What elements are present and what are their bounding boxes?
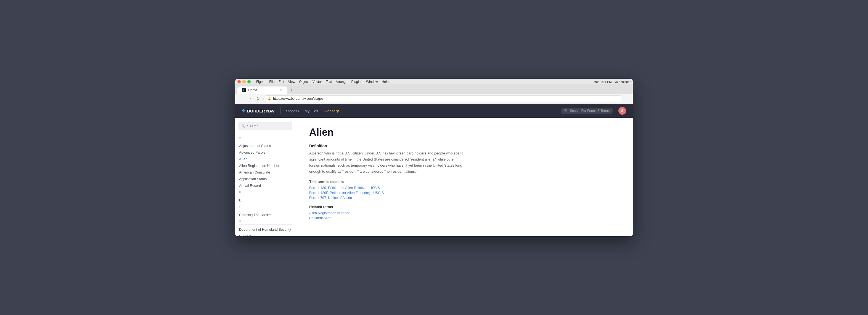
nav-search-icon: 🔍 (564, 109, 568, 113)
menu-arrange[interactable]: Arrange (336, 80, 348, 84)
nav-search-placeholder: Search For Forms & Terms (570, 109, 610, 113)
reload-button[interactable]: ↻ (255, 95, 261, 102)
sidebar: 🔍 Search a Adjustment of Status Advanced… (235, 118, 296, 236)
tab-close-button[interactable]: ✕ (280, 88, 283, 92)
main-content: Alien Definition A person who is not a U… (296, 118, 633, 236)
nav-stages[interactable]: Stages › (286, 109, 299, 113)
section-letter-d: d (235, 218, 296, 223)
sidebar-item-adjustment-of-status[interactable]: Adjustment of Status (235, 143, 296, 149)
mac-menubar: Figma File Edit View Object Vector Text … (235, 79, 633, 85)
lock-icon: 🔒 (268, 97, 271, 101)
menu-object[interactable]: Object (299, 80, 309, 84)
sidebar-search[interactable]: 🔍 Search (239, 122, 292, 130)
section-letter-b: b (235, 189, 296, 194)
nav-files-label: My Files (305, 109, 318, 113)
tl-yellow[interactable] (242, 80, 246, 83)
back-button[interactable]: ← (239, 95, 245, 102)
tab-favicon: F (242, 88, 246, 92)
browser-tab[interactable]: F Figma ✕ (238, 86, 287, 94)
nav-glossary-label: Glossary (323, 109, 339, 113)
menu-window[interactable]: Window (366, 80, 378, 84)
site-content: 🔍 Search a Adjustment of Status Advanced… (235, 118, 633, 236)
menu-help[interactable]: Help (382, 80, 389, 84)
nav-search[interactable]: 🔍 Search For Forms & Terms (561, 108, 613, 114)
section-letter-a: a (235, 135, 296, 140)
sidebar-item-alien[interactable]: Alien (235, 156, 296, 163)
nav-stages-arrow: › (298, 109, 299, 112)
menu-vector[interactable]: Vector (312, 80, 322, 84)
logo-text: BORDER NAV (247, 109, 275, 113)
forward-button[interactable]: → (247, 95, 253, 102)
sidebar-search-placeholder: Search (247, 124, 258, 128)
sidebar-item-b[interactable]: B (235, 197, 296, 204)
seen-in-label: This term is seen in: (309, 180, 620, 184)
definition-label: Definition (309, 144, 620, 148)
section-divider-b (239, 195, 292, 195)
sidebar-item-alien-registration-number[interactable]: Alien Registration Number (235, 163, 296, 169)
url-text: https://www.bordernav.com/stages (273, 97, 323, 101)
menu-plugins[interactable]: Plugins (351, 80, 362, 84)
section-divider-d (239, 224, 292, 225)
related-link-1[interactable]: Alien Registration Number (309, 211, 620, 215)
sidebar-item-advanced-parole[interactable]: Advanced Parole (235, 149, 296, 156)
new-tab-button[interactable]: ＋ (288, 87, 295, 93)
seen-in-link-3[interactable]: Form I-797, Notice of Action (309, 196, 620, 200)
mac-menubar-right: Mon 1:11 PM Eva Schipper (594, 80, 630, 83)
logo-icon: ✈ (242, 108, 245, 114)
definition-text: A person who is not a U.S. citizen. Unde… (309, 150, 464, 175)
search-icon: 🔍 (242, 124, 245, 128)
browser-chrome: F Figma ✕ ＋ ← → ↻ 🔒 https://www.borderna… (235, 85, 633, 104)
related-label: Related terms (309, 205, 620, 209)
menu-view[interactable]: View (288, 80, 295, 84)
browser-menu-button[interactable]: ⋯ (625, 96, 629, 102)
menu-edit[interactable]: Edit (279, 80, 284, 84)
nav-my-files[interactable]: My Files (305, 109, 318, 113)
sidebar-item-crossing-the-border[interactable]: Crossing The Border (235, 212, 296, 218)
site-logo: ✈ BORDER NAV (242, 108, 275, 114)
menu-text[interactable]: Text (326, 80, 332, 84)
nav-avatar[interactable]: S (618, 107, 626, 115)
related-link-2[interactable]: Resident Alien (309, 216, 620, 220)
sidebar-item-arrival-record[interactable]: Arrival Record (235, 182, 296, 189)
sidebar-item-application-status[interactable]: Application Status (235, 176, 296, 182)
tl-green[interactable] (247, 80, 251, 83)
sidebar-item-dhs[interactable]: Department of Homeland Security (235, 226, 296, 233)
menu-file[interactable]: File (269, 80, 274, 84)
tab-title: Figma (248, 88, 257, 92)
seen-in-link-2[interactable]: Form I-129F, Petition for Alien Fiancé(e… (309, 191, 620, 195)
traffic-lights (238, 80, 251, 83)
sidebar-item-american-consulate[interactable]: American Consulate (235, 169, 296, 176)
address-bar-row: ← → ↻ 🔒 https://www.bordernav.com/stages… (235, 94, 633, 104)
site-nav: ✈ BORDER NAV Stages › My Files Glossary … (235, 104, 633, 118)
browser-window: Figma File Edit View Object Vector Text … (235, 79, 633, 236)
address-bar[interactable]: 🔒 https://www.bordernav.com/stages (264, 95, 623, 102)
term-title: Alien (309, 126, 620, 138)
tab-bar: F Figma ✕ ＋ (235, 85, 633, 94)
menu-figma[interactable]: Figma (256, 80, 265, 84)
website: ✈ BORDER NAV Stages › My Files Glossary … (235, 104, 633, 236)
section-divider-a (239, 141, 292, 141)
nav-links: Stages › My Files Glossary (286, 109, 555, 113)
seen-in-link-1[interactable]: Form I-130, Petition for Alien Relative … (309, 186, 620, 190)
datetime-user: Mon 1:11 PM Eva Schipper (594, 80, 630, 83)
sidebar-item-ds160[interactable]: DS-160 (235, 233, 296, 236)
mac-menubar-items: Figma File Edit View Object Vector Text … (256, 80, 389, 84)
section-divider-c (239, 210, 292, 210)
nav-glossary[interactable]: Glossary (323, 109, 339, 113)
nav-stages-label: Stages (286, 109, 297, 113)
section-letter-c: c (235, 204, 296, 209)
tl-red[interactable] (238, 80, 241, 83)
